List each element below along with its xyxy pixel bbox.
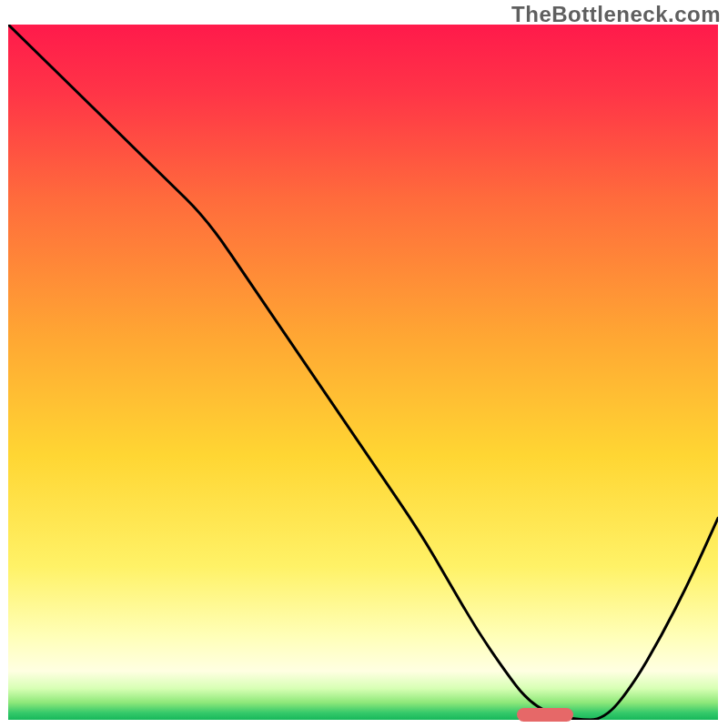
watermark-text: TheBottleneck.com	[511, 2, 721, 27]
chart-frame	[8, 25, 718, 720]
bottleneck-chart	[8, 25, 718, 720]
image-root: TheBottleneck.com	[0, 0, 728, 728]
optimum-marker	[517, 708, 573, 722]
